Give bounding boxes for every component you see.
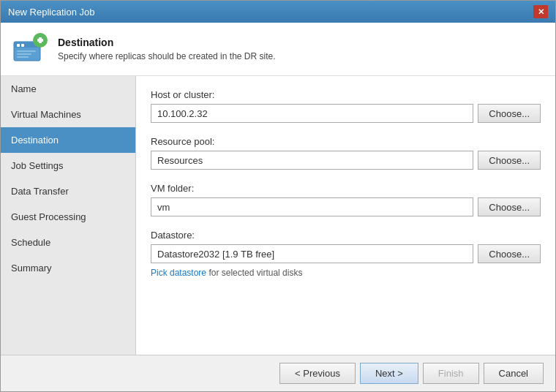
datastore-choose-button[interactable]: Choose... bbox=[478, 244, 541, 263]
host-cluster-group: Host or cluster: Choose... bbox=[151, 89, 541, 123]
destination-icon bbox=[12, 31, 48, 67]
sidebar-item-guest-processing[interactable]: Guest Processing bbox=[1, 204, 135, 230]
resource-pool-input[interactable] bbox=[151, 151, 473, 170]
host-cluster-label: Host or cluster: bbox=[151, 89, 541, 100]
sidebar-item-schedule[interactable]: Schedule bbox=[1, 230, 135, 255]
datastore-label: Datastore: bbox=[151, 230, 541, 241]
sidebar-item-virtual-machines[interactable]: Virtual Machines bbox=[1, 102, 135, 127]
resource-pool-choose-button[interactable]: Choose... bbox=[478, 151, 541, 170]
dialog-title: New Replication Job bbox=[8, 7, 95, 18]
svg-rect-9 bbox=[39, 37, 42, 43]
dialog: New Replication Job ✕ bbox=[0, 0, 556, 392]
header-section: Destination Specify where replicas shoul… bbox=[1, 23, 555, 76]
header-text: Destination Specify where replicas shoul… bbox=[58, 37, 276, 61]
host-cluster-choose-button[interactable]: Choose... bbox=[478, 104, 541, 123]
header-title: Destination bbox=[58, 37, 276, 48]
sidebar-item-job-settings[interactable]: Job Settings bbox=[1, 153, 135, 178]
finish-button[interactable]: Finish bbox=[423, 363, 479, 384]
svg-rect-3 bbox=[21, 44, 24, 47]
header-subtitle: Specify where replicas should be created… bbox=[58, 51, 276, 61]
vm-folder-label: VM folder: bbox=[151, 183, 541, 194]
vm-folder-group: VM folder: Choose... bbox=[151, 183, 541, 216]
main-content: Host or cluster: Choose... Resource pool… bbox=[136, 76, 555, 355]
datastore-input[interactable] bbox=[151, 244, 473, 263]
host-cluster-row: Choose... bbox=[151, 104, 541, 123]
sidebar: Name Virtual Machines Destination Job Se… bbox=[1, 76, 136, 355]
cancel-button[interactable]: Cancel bbox=[484, 363, 544, 384]
sidebar-item-summary[interactable]: Summary bbox=[1, 255, 135, 281]
resource-pool-label: Resource pool: bbox=[151, 136, 541, 147]
datastore-group: Datastore: Choose... Pick datastore for … bbox=[151, 230, 541, 278]
resource-pool-group: Resource pool: Choose... bbox=[151, 136, 541, 170]
host-cluster-input[interactable] bbox=[151, 104, 473, 123]
vm-folder-row: Choose... bbox=[151, 197, 541, 216]
content-area: Name Virtual Machines Destination Job Se… bbox=[1, 76, 555, 355]
sidebar-item-name[interactable]: Name bbox=[1, 76, 135, 102]
svg-rect-2 bbox=[17, 44, 20, 47]
datastore-row: Choose... bbox=[151, 244, 541, 263]
pick-datastore-link[interactable]: Pick datastore bbox=[151, 268, 206, 278]
vm-folder-input[interactable] bbox=[151, 197, 473, 216]
next-button[interactable]: Next > bbox=[360, 363, 418, 384]
previous-button[interactable]: < Previous bbox=[279, 363, 356, 384]
svg-rect-6 bbox=[17, 56, 29, 58]
footer: < Previous Next > Finish Cancel bbox=[1, 355, 555, 391]
svg-rect-4 bbox=[17, 50, 36, 52]
sidebar-item-destination[interactable]: Destination bbox=[1, 127, 135, 153]
resource-pool-row: Choose... bbox=[151, 151, 541, 170]
sidebar-item-data-transfer[interactable]: Data Transfer bbox=[1, 178, 135, 204]
svg-rect-5 bbox=[17, 53, 31, 55]
title-bar: New Replication Job ✕ bbox=[1, 1, 555, 23]
pick-datastore-row: Pick datastore for selected virtual disk… bbox=[151, 268, 541, 278]
dialog-body: Destination Specify where replicas shoul… bbox=[1, 23, 555, 355]
pick-datastore-suffix: for selected virtual disks bbox=[206, 268, 302, 278]
close-button[interactable]: ✕ bbox=[533, 5, 548, 18]
vm-folder-choose-button[interactable]: Choose... bbox=[478, 197, 541, 216]
